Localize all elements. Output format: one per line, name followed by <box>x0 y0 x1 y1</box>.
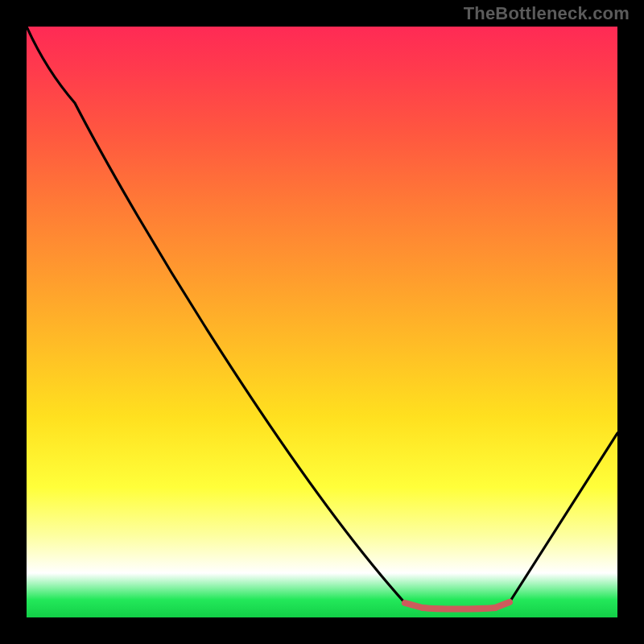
bottleneck-curve <box>27 27 617 609</box>
watermark-text: TheBottleneck.com <box>464 3 630 24</box>
chart-container: TheBottleneck.com <box>0 0 644 644</box>
highlight-segment-flat <box>423 608 495 609</box>
plot-area <box>27 27 617 617</box>
highlight-segment-right <box>495 602 510 608</box>
curve-layer <box>27 27 617 617</box>
